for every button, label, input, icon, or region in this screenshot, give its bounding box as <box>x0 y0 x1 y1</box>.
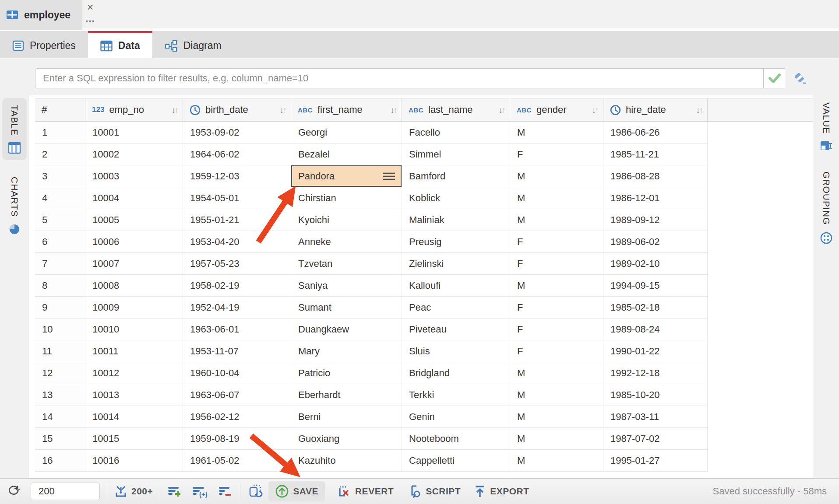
cell-birth_date[interactable]: 1964-06-02 <box>183 144 291 165</box>
cell-first_name[interactable]: Patricio <box>291 362 402 384</box>
cell-first_name[interactable]: Kazuhito <box>291 450 402 471</box>
cell-birth_date[interactable]: 1957-05-23 <box>183 253 291 274</box>
cell-gender[interactable]: F <box>510 318 603 340</box>
cell-last_name[interactable]: Peac <box>402 297 510 318</box>
refresh-row-button[interactable] <box>247 484 263 498</box>
cell-emp_no[interactable]: 10015 <box>85 428 183 449</box>
cell-first_name[interactable]: Chirstian <box>291 187 402 209</box>
cell-last_name[interactable]: Bamford <box>402 165 510 187</box>
cell-gender[interactable]: F <box>510 231 603 252</box>
cell-first_name[interactable]: Saniya <box>291 275 402 296</box>
cell-last_name[interactable]: Bridgland <box>402 362 510 384</box>
cell-emp_no[interactable]: 10001 <box>85 122 183 143</box>
cell-emp_no[interactable]: 10011 <box>85 340 183 362</box>
cell-hire_date[interactable]: 1985-02-18 <box>603 297 708 318</box>
cell-gender[interactable]: M <box>510 450 603 471</box>
row-number-cell[interactable]: 15 <box>35 428 85 449</box>
cell-hire_date[interactable]: 1986-06-26 <box>603 122 708 143</box>
tab-data[interactable]: Data <box>88 31 152 58</box>
cell-emp_no[interactable]: 10003 <box>85 165 183 187</box>
close-icon[interactable]: × <box>84 1 96 13</box>
row-number-cell[interactable]: 14 <box>35 406 85 427</box>
cell-last_name[interactable]: Piveteau <box>402 318 510 340</box>
revert-button[interactable]: REVERT <box>336 484 394 498</box>
row-number-cell[interactable]: 6 <box>35 231 85 252</box>
cell-first_name[interactable]: Tzvetan <box>291 253 402 274</box>
rail-tab-grouping[interactable]: GROUPING <box>813 172 839 244</box>
cell-last_name[interactable]: Koblick <box>402 187 510 209</box>
row-number-cell[interactable]: 16 <box>35 450 85 471</box>
cell-birth_date[interactable]: 1954-05-01 <box>183 187 291 209</box>
row-number-cell[interactable]: 8 <box>35 275 85 296</box>
cell-last_name[interactable]: Maliniak <box>402 209 510 231</box>
cell-gender[interactable]: M <box>510 362 603 384</box>
cell-birth_date[interactable]: 1953-11-07 <box>183 340 291 362</box>
selected-cell[interactable]: Pandora <box>291 165 402 187</box>
cell-first_name[interactable]: Duangkaew <box>291 318 402 340</box>
row-number-cell[interactable]: 2 <box>35 144 85 165</box>
cell-last_name[interactable]: Facello <box>402 122 510 143</box>
fetch-size-input[interactable] <box>31 483 100 500</box>
delete-row-button[interactable] <box>218 485 233 498</box>
cell-gender[interactable]: M <box>510 406 603 427</box>
cell-emp_no[interactable]: 10012 <box>85 362 183 384</box>
row-number-cell[interactable]: 13 <box>35 384 85 406</box>
cell-gender[interactable]: M <box>510 187 603 209</box>
cell-last_name[interactable]: Kalloufi <box>402 275 510 296</box>
column-header-emp_no[interactable]: 123emp_no↓↑ <box>85 98 183 122</box>
duplicate-row-button[interactable]: (+) <box>192 485 208 498</box>
cell-birth_date[interactable]: 1955-01-21 <box>183 209 291 231</box>
more-options-icon[interactable]: ... <box>84 13 96 25</box>
cell-last_name[interactable]: Sluis <box>402 340 510 362</box>
row-number-cell[interactable]: 9 <box>35 297 85 318</box>
row-number-cell[interactable]: 10 <box>35 318 85 340</box>
cell-birth_date[interactable]: 1958-02-19 <box>183 275 291 296</box>
apply-filter-button[interactable] <box>764 68 785 88</box>
cell-hire_date[interactable]: 1985-11-21 <box>603 144 708 165</box>
cell-last_name[interactable]: Preusig <box>402 231 510 252</box>
script-button[interactable]: SCRIPT <box>407 484 461 498</box>
sql-filter-input[interactable] <box>35 68 764 88</box>
cell-birth_date[interactable]: 1956-02-12 <box>183 406 291 427</box>
cell-gender[interactable]: F <box>510 297 603 318</box>
sort-arrows-icon[interactable]: ↓↑ <box>592 105 598 115</box>
cell-gender[interactable]: F <box>510 253 603 274</box>
cell-emp_no[interactable]: 10009 <box>85 297 183 318</box>
column-header-gender[interactable]: ABCgender↓↑ <box>510 98 603 122</box>
cell-gender[interactable]: F <box>510 340 603 362</box>
row-number-cell[interactable]: 7 <box>35 253 85 274</box>
cell-birth_date[interactable]: 1953-09-02 <box>183 122 291 143</box>
hamburger-menu-icon[interactable] <box>382 172 395 181</box>
cell-emp_no[interactable]: 10010 <box>85 318 183 340</box>
cell-emp_no[interactable]: 10004 <box>85 187 183 209</box>
cell-emp_no[interactable]: 10007 <box>85 253 183 274</box>
sort-arrows-icon[interactable]: ↓↑ <box>498 105 504 115</box>
cell-first_name[interactable]: Mary <box>291 340 402 362</box>
cell-last_name[interactable]: Cappelletti <box>402 450 510 471</box>
cell-hire_date[interactable]: 1987-07-02 <box>603 428 708 449</box>
cell-last_name[interactable]: Genin <box>402 406 510 427</box>
save-button[interactable]: SAVE <box>268 481 325 501</box>
cell-first_name[interactable]: Eberhardt <box>291 384 402 406</box>
cell-first_name[interactable]: Bezalel <box>291 144 402 165</box>
sort-arrows-icon[interactable]: ↓↑ <box>171 105 177 115</box>
cell-gender[interactable]: M <box>510 165 603 187</box>
cell-emp_no[interactable]: 10014 <box>85 406 183 427</box>
cell-last_name[interactable]: Terkki <box>402 384 510 406</box>
row-number-cell[interactable]: 11 <box>35 340 85 362</box>
clear-filter-button[interactable] <box>790 69 810 89</box>
cell-birth_date[interactable]: 1963-06-01 <box>183 318 291 340</box>
cell-gender[interactable]: M <box>510 384 603 406</box>
cell-hire_date[interactable]: 1995-01-27 <box>603 450 708 471</box>
cell-emp_no[interactable]: 10005 <box>85 209 183 231</box>
cell-emp_no[interactable]: 10002 <box>85 144 183 165</box>
row-number-cell[interactable]: 1 <box>35 122 85 143</box>
cell-hire_date[interactable]: 1989-09-12 <box>603 209 708 231</box>
cell-hire_date[interactable]: 1989-02-10 <box>603 253 708 274</box>
cell-emp_no[interactable]: 10016 <box>85 450 183 471</box>
rail-tab-value[interactable]: VALUE <box>813 102 839 152</box>
refresh-button[interactable] <box>7 484 22 498</box>
cell-first_name[interactable]: Kyoichi <box>291 209 402 231</box>
cell-hire_date[interactable]: 1986-12-01 <box>603 187 708 209</box>
row-number-cell[interactable]: 5 <box>35 209 85 231</box>
